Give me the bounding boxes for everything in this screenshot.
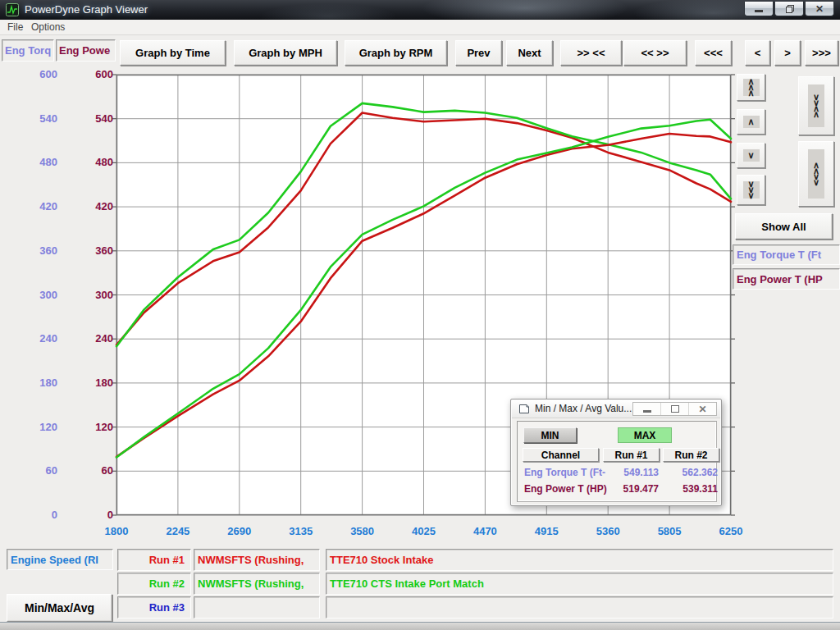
x-tick-label: 4915: [520, 525, 573, 538]
y-tick-label-torque: 240: [23, 332, 57, 345]
menubar: File Options: [0, 20, 840, 35]
minimize-icon: [643, 410, 651, 413]
restore-button[interactable]: [774, 2, 804, 16]
x-tick-label: 4470: [459, 525, 511, 538]
minmax-close-button[interactable]: ✕: [688, 403, 716, 415]
close-icon: ✕: [698, 404, 706, 414]
zoom-in-x-button[interactable]: >> <<: [560, 40, 622, 66]
minmax-value-run2: 562.362: [665, 467, 718, 479]
y-tick-label-power: 480: [79, 156, 113, 169]
app-icon: [6, 3, 19, 16]
axis-selector-torque[interactable]: Eng Torq: [2, 39, 54, 62]
zoom-out-y-button[interactable]: ∧∧∨∨: [798, 141, 834, 207]
x-tick-label: 3580: [336, 525, 389, 538]
graph-by-time-button[interactable]: Graph by Time: [120, 40, 226, 66]
pan-bottom-icon: ∨∨∨: [743, 181, 760, 199]
close-icon: ✕: [815, 4, 824, 14]
y-tick-label-power: 60: [79, 464, 113, 477]
pan-left-fast-button[interactable]: <<<: [695, 40, 732, 66]
y-tick-label-torque: 60: [23, 464, 57, 477]
zoom-in-y-icon: ∨∨∧∧: [808, 84, 824, 127]
run-file-field-1[interactable]: NWMSFTS (Rushing,: [194, 549, 320, 571]
chevron-glyph: ∧: [747, 119, 754, 125]
y-channel-label-torque: Eng Torque T (Ft: [733, 244, 840, 265]
zoom-in-y-button[interactable]: ∨∨∧∧: [798, 76, 834, 135]
y-channel-label-power: Eng Power T (HP: [733, 268, 840, 290]
y-tick-label-power: 360: [79, 244, 113, 258]
y-tick-label-torque: 0: [23, 509, 57, 522]
x-tick-label: 5805: [643, 525, 696, 538]
run-label-1: Run #1: [117, 549, 191, 571]
y-tick-label-power: 240: [79, 332, 113, 345]
window-title: PowerDyne Graph Viewer: [25, 3, 148, 16]
minmax-window-titlebar[interactable]: Min / Max / Avg Valu... ✕: [512, 400, 720, 418]
minimize-button[interactable]: [744, 2, 774, 16]
minmax-window-icon: [518, 404, 530, 414]
run-label-3: Run #3: [117, 596, 191, 619]
graph-by-mph-button[interactable]: Graph by MPH: [234, 40, 337, 66]
x-channel-button[interactable]: Engine Speed (RI: [7, 549, 113, 570]
chevron-glyph: ∨: [813, 180, 819, 185]
titlebar[interactable]: PowerDyne Graph Viewer ✕: [0, 0, 840, 20]
pan-top-button[interactable]: ∧∧∧: [737, 74, 765, 101]
pan-left-button[interactable]: <: [745, 40, 770, 66]
max-tab-button[interactable]: MAX: [618, 427, 672, 443]
menu-file[interactable]: File: [7, 21, 23, 33]
minimize-icon: [755, 10, 763, 12]
minmax-value-run1: 549.113: [606, 467, 659, 479]
minmaxavg-button[interactable]: Min/Max/Avg: [7, 594, 112, 622]
zoom-out-y-icon: ∧∧∨∨: [808, 149, 824, 199]
minmax-window[interactable]: Min / Max / Avg Valu... ✕ MIN MAX Channe…: [510, 399, 722, 506]
y-tick-label-power: 120: [79, 421, 113, 434]
y-tick-label-power: 180: [79, 377, 113, 390]
y-tick-label-torque: 120: [23, 421, 57, 434]
pan-top-icon: ∧∧∧: [743, 79, 760, 96]
y-tick-label-torque: 300: [23, 289, 57, 302]
pan-bottom-button[interactable]: ∨∨∨: [737, 175, 765, 205]
pan-down-button[interactable]: ∨: [737, 143, 765, 168]
column-header-run2[interactable]: Run #2: [663, 448, 719, 462]
axis-selector-power[interactable]: Eng Powe: [56, 39, 116, 62]
zoom-out-x-button[interactable]: << >>: [623, 40, 687, 66]
run-description-field-2[interactable]: TTE710 CTS Intake Port Match: [326, 573, 833, 595]
y-tick-label-torque: 180: [23, 377, 57, 390]
column-header-channel[interactable]: Channel: [523, 448, 599, 462]
run-file-field-3[interactable]: [194, 596, 320, 619]
pan-up-icon: ∧: [743, 116, 760, 128]
show-all-button[interactable]: Show All: [735, 213, 833, 240]
minmax-window-title: Min / Max / Avg Valu...: [535, 403, 632, 414]
x-tick-label: 4025: [398, 525, 450, 538]
graph-by-rpm-button[interactable]: Graph by RPM: [345, 40, 447, 66]
y-tick-label-power: 420: [79, 200, 113, 213]
x-tick-label: 2245: [152, 525, 204, 538]
pan-right-button[interactable]: >: [774, 40, 801, 66]
run-file-field-2[interactable]: NWMSFTS (Rushing,: [194, 573, 320, 595]
minmax-minimize-button[interactable]: [633, 403, 660, 415]
x-tick-label: 3135: [275, 525, 327, 538]
run-description-field-1[interactable]: TTE710 Stock Intake: [326, 549, 833, 571]
chevron-glyph: ∧: [747, 90, 754, 96]
menu-options[interactable]: Options: [31, 21, 65, 33]
chevron-glyph: ∨: [747, 153, 754, 158]
pan-down-icon: ∨: [743, 149, 760, 162]
column-header-run1[interactable]: Run #1: [603, 448, 660, 462]
pan-up-button[interactable]: ∧: [737, 109, 765, 135]
close-button[interactable]: ✕: [805, 2, 834, 16]
minmax-restore-button[interactable]: [660, 403, 688, 415]
minmax-value-run1: 519.477: [606, 483, 659, 495]
y-tick-label-torque: 540: [23, 112, 57, 126]
y-tick-label-power: 600: [79, 68, 113, 81]
pan-right-fast-button[interactable]: >>>: [805, 40, 838, 66]
prev-button[interactable]: Prev: [455, 40, 502, 66]
next-button[interactable]: Next: [506, 40, 553, 66]
restore-icon: [671, 405, 679, 413]
window-bottom-frame: [0, 622, 840, 630]
x-tick-label: 5360: [582, 525, 634, 538]
y-tick-label-power: 540: [79, 112, 113, 126]
chevron-glyph: ∨: [747, 193, 754, 199]
y-tick-label-power: 300: [79, 289, 113, 302]
minmax-value-run2: 539.311: [665, 483, 718, 495]
window-controls: ✕: [743, 2, 834, 16]
run-description-field-3[interactable]: [326, 596, 833, 619]
min-tab-button[interactable]: MIN: [523, 427, 577, 443]
